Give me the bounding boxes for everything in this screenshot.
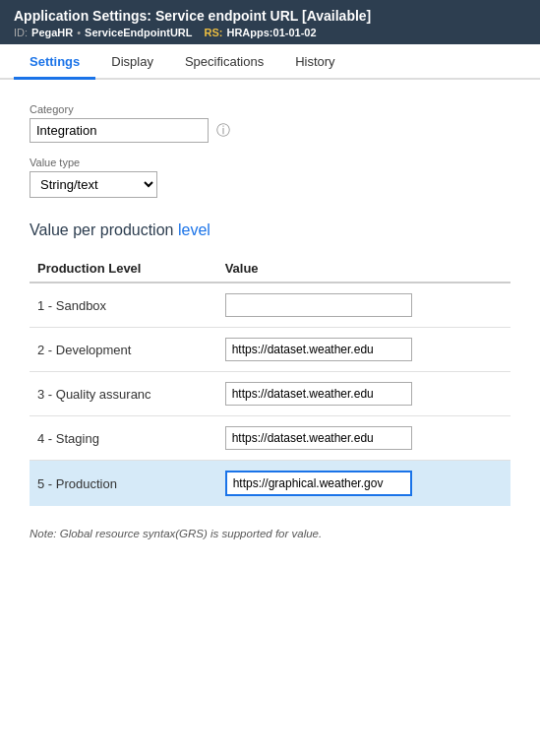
value-input[interactable] xyxy=(225,382,412,406)
col-value: Value xyxy=(217,255,510,283)
value-input[interactable] xyxy=(225,426,412,450)
section-title: Value per production level xyxy=(30,221,510,239)
value-type-field-group: Value type String/text Integer Boolean xyxy=(30,157,510,198)
value-cell xyxy=(217,416,510,461)
value-type-select[interactable]: String/text Integer Boolean xyxy=(30,171,157,198)
separator: • xyxy=(77,27,81,38)
value-cell xyxy=(217,328,510,372)
col-level: Production Level xyxy=(30,255,217,283)
value-cell xyxy=(217,372,510,416)
level-cell: 1 - Sandbox xyxy=(30,283,217,328)
info-icon[interactable]: ⓘ xyxy=(216,122,230,140)
value-cell xyxy=(217,283,510,328)
table-row: 2 - Development xyxy=(30,328,510,372)
table-row: 3 - Quality assuranc xyxy=(30,372,510,416)
id-value: PegaHR xyxy=(31,27,73,38)
category-field-group: Category ⓘ xyxy=(30,103,510,143)
id-label: ID: xyxy=(14,27,28,38)
value-input[interactable] xyxy=(225,471,412,496)
table-header-row: Production Level Value xyxy=(30,255,510,283)
rs-label: RS: xyxy=(205,27,223,38)
tab-history[interactable]: History xyxy=(279,44,350,80)
production-table: Production Level Value 1 - Sandbox2 - De… xyxy=(30,255,510,506)
content-area: Category ⓘ Value type String/text Intege… xyxy=(0,80,540,559)
id-key: ServiceEndpointURL xyxy=(85,27,192,38)
value-cell xyxy=(217,461,510,507)
value-type-label: Value type xyxy=(30,157,510,168)
category-row: ⓘ xyxy=(30,118,510,143)
table-row: 5 - Production xyxy=(30,461,510,507)
level-cell: 3 - Quality assuranc xyxy=(30,372,217,416)
tab-settings[interactable]: Settings xyxy=(14,44,95,80)
tab-specifications[interactable]: Specifications xyxy=(169,44,279,80)
category-input[interactable] xyxy=(30,118,209,143)
header-meta: ID: PegaHR • ServiceEndpointURL RS: HRAp… xyxy=(14,27,526,38)
level-cell: 5 - Production xyxy=(30,461,217,507)
header-title: Application Settings: Service endpoint U… xyxy=(14,8,526,24)
level-cell: 4 - Staging xyxy=(30,416,217,461)
table-row: 1 - Sandbox xyxy=(30,283,510,328)
app-header: Application Settings: Service endpoint U… xyxy=(0,0,540,44)
table-row: 4 - Staging xyxy=(30,416,510,461)
category-label: Category xyxy=(30,103,510,115)
tab-bar: Settings Display Specifications History xyxy=(0,44,540,80)
tab-display[interactable]: Display xyxy=(95,44,169,80)
value-input[interactable] xyxy=(225,293,412,317)
level-cell: 2 - Development xyxy=(30,328,217,372)
section-title-highlight: level xyxy=(178,221,210,238)
value-input[interactable] xyxy=(225,338,412,361)
note-text: Note: Global resource syntax(GRS) is sup… xyxy=(30,528,510,539)
rs-value: HRApps:01-01-02 xyxy=(226,27,316,38)
